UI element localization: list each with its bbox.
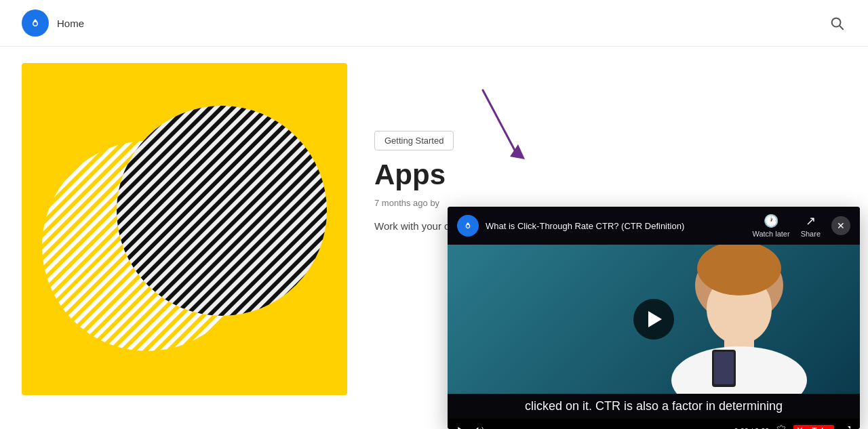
svg-line-3	[840, 26, 844, 30]
video-title-section: What is Click-Through Rate CTR? (CTR Def…	[457, 215, 684, 237]
video-overlay: What is Click-Through Rate CTR? (CTR Def…	[448, 207, 860, 429]
hero-image	[22, 63, 347, 395]
watch-later-btn[interactable]: 🕐 Watch later	[752, 213, 789, 238]
play-pause-btn[interactable]	[456, 426, 467, 429]
svg-line-12	[483, 90, 518, 157]
svg-rect-22	[714, 352, 734, 384]
svg-point-1	[34, 22, 37, 26]
video-channel-icon	[457, 215, 479, 237]
watch-later-label: Watch later	[752, 230, 789, 238]
badge-label: Getting Started	[384, 136, 443, 146]
home-nav[interactable]: Home	[57, 18, 84, 29]
watch-later-icon: 🕐	[764, 213, 778, 228]
video-controls: 0:00 / 2:29 YouTube	[448, 419, 860, 429]
svg-point-20	[671, 346, 807, 394]
subtitle-bar: clicked on it. CTR is also a factor in d…	[448, 394, 860, 419]
svg-point-2	[832, 18, 841, 27]
app-logo[interactable]	[22, 9, 49, 37]
article-title: Apps	[374, 159, 846, 191]
header-left: Home	[22, 9, 84, 37]
header: Home	[0, 0, 868, 47]
svg-point-11	[117, 106, 327, 316]
share-btn[interactable]: ↗ Share	[801, 213, 821, 238]
subtitle-text: clicked on it. CTR is also a factor in d…	[525, 399, 783, 413]
video-close-btn[interactable]: ✕	[831, 216, 850, 235]
video-top-bar: What is Click-Through Rate CTR? (CTR Def…	[448, 207, 860, 245]
video-title: What is Click-Through Rate CTR? (CTR Def…	[486, 221, 684, 231]
play-button[interactable]	[633, 299, 674, 340]
settings-btn[interactable]	[776, 425, 787, 430]
search-icon[interactable]	[827, 14, 846, 33]
volume-btn[interactable]	[473, 425, 484, 430]
video-actions: 🕐 Watch later ↗ Share ✕	[752, 213, 850, 238]
getting-started-badge: Getting Started	[374, 131, 454, 150]
annotation-arrow	[469, 83, 537, 174]
svg-point-15	[467, 225, 469, 228]
fullscreen-btn[interactable]	[841, 425, 852, 430]
video-thumbnail	[448, 245, 860, 394]
share-icon: ↗	[806, 213, 816, 228]
youtube-logo: YouTube	[793, 425, 834, 429]
play-icon	[648, 311, 662, 327]
share-label: Share	[801, 230, 821, 238]
